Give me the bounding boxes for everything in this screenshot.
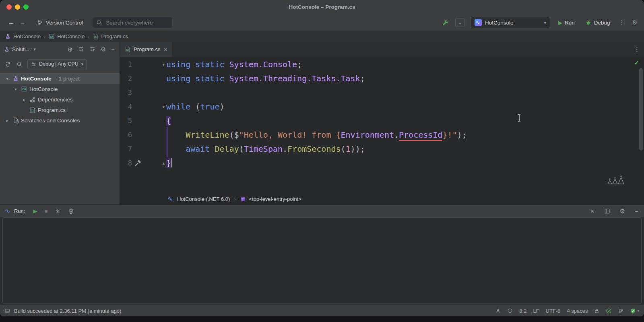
hide-panel-icon[interactable]: − [634,207,639,215]
editor-scrollbar[interactable] [639,68,643,151]
editor-code-area[interactable]: using static System.Console;using static… [166,58,644,170]
collapse-all-icon[interactable] [89,45,96,53]
run-config-name: HotConsole [485,20,514,26]
gutter-line-5[interactable]: 5 [120,114,166,128]
code-line-1[interactable]: using static System.Console; [166,58,644,72]
code-line-7[interactable]: await Delay(TimeSpan.FromSeconds(1)); [166,142,644,156]
fold-marker-icon[interactable]: ▾ [162,58,165,72]
editor-options-icon[interactable]: ⋮ [634,46,640,53]
breadcrumb-entry-label[interactable]: <top-level-entry-point> [249,196,301,202]
close-panel-icon[interactable]: × [590,206,595,216]
breadcrumb-solution[interactable]: HotConsole [5,33,41,39]
checks-passed-icon[interactable] [606,308,612,314]
inspections-ok-icon[interactable]: ✓ [634,59,639,66]
gutter-line-6[interactable]: 6 [120,128,166,142]
tab-program-cs[interactable]: C# Program.cs × [120,42,172,57]
tree-item-hotconsole[interactable]: ▾HotConsole· 1 project [0,73,120,84]
code-line-5[interactable]: { [166,114,644,128]
search-input[interactable] [105,19,178,26]
tree-item-hotconsole[interactable]: ▾C#HotConsole [0,84,120,94]
gutter-line-1[interactable]: 1▾ [120,58,166,72]
hide-tool-window-icon[interactable]: − [110,45,116,54]
chevron-right-icon[interactable]: ▸ [4,118,10,123]
code-with-me-icon[interactable] [495,308,501,314]
code-line-3[interactable] [166,86,644,100]
gutter-line-3[interactable]: 3 [120,86,166,100]
settings-gear-icon[interactable]: ⚙ [632,18,638,27]
breadcrumb-project[interactable]: C# HotConsole [49,33,85,39]
code-line-6[interactable]: WriteLine($"Hello, World! from {Environm… [166,128,644,142]
tree-item-scratches-and-consoles[interactable]: ▸Scratches and Consoles [0,115,120,126]
indent-widget[interactable]: 4 spaces [567,308,588,314]
chart-widget-icon[interactable] [607,174,625,185]
tree-item-label: Scratches and Consoles [21,118,80,124]
gutter-line-4[interactable]: 4▾ [120,100,166,114]
view-selector[interactable]: Soluti… ▾ [4,46,36,52]
refresh-icon[interactable] [4,60,12,68]
chevron-down-icon[interactable]: ▾ [4,76,10,81]
run-config-selector[interactable]: HotConsole ▾ [471,17,550,28]
build-solution-button[interactable] [441,19,450,27]
code-token: { [166,116,171,126]
clear-console-icon[interactable] [67,207,75,215]
version-control-widget[interactable]: Version Control [37,20,83,26]
code-editor[interactable]: 1▾234▾5678▴ using static System.Console;… [120,57,644,193]
tree-item-program-cs[interactable]: C#Program.cs [0,105,120,115]
run-window-title: Run: [14,208,25,214]
tool-windows-icon[interactable] [5,308,10,314]
gutter-line-8[interactable]: 8▴ [120,156,166,170]
code-token: while [166,102,190,111]
locate-file-icon[interactable]: ⊕ [67,45,74,54]
build-options-dropdown[interactable]: ⌄ [455,18,465,27]
editor-gutter: 1▾234▾5678▴ [120,58,166,170]
gutter-line-7[interactable]: 7 [120,142,166,156]
window-title: HotConsole – Program.cs [0,0,644,14]
forward-button[interactable]: → [17,18,28,27]
run-console-output[interactable] [2,217,642,303]
debug-button[interactable]: Debug [583,19,613,26]
run-config-wave-icon [167,196,174,202]
tool-window-settings-icon[interactable]: ⚙ [100,45,107,54]
expand-all-icon[interactable] [77,45,85,53]
search-everywhere-field[interactable] [93,17,172,28]
run-config-icon [475,19,482,26]
status-bar: Build succeeded at 2:36:11 PM (a minute … [0,305,644,316]
scroll-to-end-icon[interactable] [54,207,62,215]
csfile-icon: C# [29,107,36,113]
run-tool-window-header: Run: ▶ ■ × ⚙ − [0,204,644,217]
tree-item-dependencies[interactable]: ▸Dependencies [0,94,120,105]
chevron-right-icon[interactable]: ▸ [21,97,27,102]
more-actions-button[interactable]: ⋮ [618,18,626,27]
run-button[interactable]: ▶ Run [556,19,577,26]
chevron-down-icon[interactable]: ▾ [12,87,19,91]
build-configuration-selector[interactable]: Debug | Any CPU ▾ [27,59,87,69]
fold-marker-icon[interactable]: ▴ [162,156,165,170]
panel-settings-gear-icon[interactable]: ⚙ [619,207,626,216]
build-configuration-label: Debug | Any CPU [39,61,78,67]
code-line-2[interactable]: using static System.Threading.Tasks.Task… [166,72,644,86]
rerun-play-icon[interactable]: ▶ [32,207,38,215]
editor-breadcrumbs: HotConsole (.NET 6.0) › <top-level-entry… [120,193,644,204]
line-separator-widget[interactable]: LF [533,308,539,314]
fold-marker-icon[interactable]: ▾ [162,100,165,114]
gutter-line-2[interactable]: 2 [120,72,166,86]
solution-icon [5,33,11,39]
line-number: 8 [123,156,132,170]
notifications-icon[interactable] [507,308,513,314]
back-button[interactable]: ← [6,18,17,27]
code-line-8[interactable]: } [166,156,644,170]
title-bar: HotConsole – Program.cs [0,0,644,14]
breadcrumb-project-label[interactable]: HotConsole (.NET 6.0) [177,196,230,202]
close-tab-icon[interactable]: × [164,46,167,53]
status-message[interactable]: Build succeeded at 2:36:11 PM (a minute … [14,308,121,314]
solution-analysis-widget[interactable]: ▾ [630,308,639,314]
code-line-4[interactable]: while (true) [166,100,644,114]
stop-icon[interactable]: ■ [43,207,48,215]
breadcrumb-file[interactable]: C# Program.cs [93,33,128,39]
encoding-widget[interactable]: UTF-8 [546,308,561,314]
layout-settings-icon[interactable] [603,207,611,215]
search-tree-icon[interactable] [16,60,23,68]
git-branch-icon[interactable] [618,308,623,314]
caret-position-widget[interactable]: 8:2 [519,308,526,314]
readonly-lock-icon[interactable] [594,308,599,314]
